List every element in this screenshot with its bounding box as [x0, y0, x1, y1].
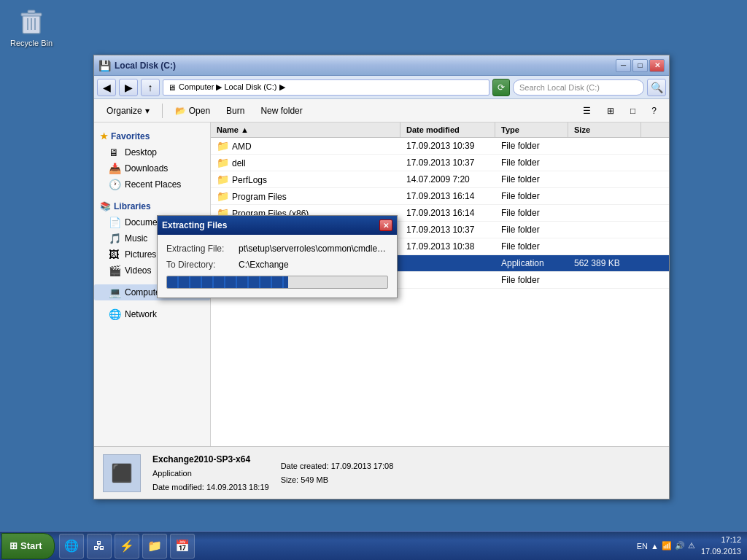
taskbar-icons: 🌐 🖧 ⚡ 📁 📅 [59, 534, 195, 559]
clock-time: 17:12 [701, 534, 741, 545]
dialog-close-button[interactable]: ✕ [379, 219, 392, 231]
dialog-body: Extracting File: pt\setup\serverroles\co… [158, 235, 397, 298]
taskbar-explorer-button[interactable]: 📁 [142, 534, 167, 559]
extracting-dialog: Extracting Files ✕ Extracting File: pt\s… [157, 215, 398, 298]
clock: 17:12 17.09.2013 [701, 534, 741, 557]
progress-bar-fill [167, 276, 288, 288]
lang-indicator: EN [637, 542, 648, 551]
dialog-overlay: Extracting Files ✕ Extracting File: pt\s… [0, 0, 747, 560]
tray-arrow: ▲ [651, 542, 659, 551]
directory-row: To Directory: C:\Exchange [166, 260, 388, 270]
extracting-value: pt\setup\serverroles\common\cmdletextens… [239, 244, 388, 254]
dialog-title-text: Extracting Files [162, 220, 227, 230]
explorer-taskbar-icon: 📁 [147, 539, 162, 553]
taskbar-ie-button[interactable]: 🌐 [59, 534, 84, 559]
start-label: Start [20, 540, 42, 551]
taskbar-powershell-button[interactable]: ⚡ [115, 534, 139, 559]
dialog-title-bar: Extracting Files ✕ [158, 216, 397, 235]
taskbar-network-button[interactable]: 🖧 [87, 534, 112, 559]
extracting-label: Extracting File: [166, 244, 236, 254]
directory-label: To Directory: [166, 260, 236, 270]
taskbar: ⊞ Start 🌐 🖧 ⚡ 📁 📅 EN ▲ 📶 [0, 531, 747, 560]
network-tray-icon: 📶 [662, 541, 672, 551]
extracting-row: Extracting File: pt\setup\serverroles\co… [166, 244, 388, 254]
clock-date: 17.09.2013 [701, 546, 741, 557]
directory-value: C:\Exchange [239, 260, 388, 270]
warning-icon: ⚠ [688, 541, 695, 551]
powershell-icon: ⚡ [120, 539, 134, 553]
start-button[interactable]: ⊞ Start [1, 533, 55, 559]
start-icon: ⊞ [9, 540, 18, 551]
taskbar-calendar-button[interactable]: 📅 [170, 534, 195, 559]
ie-icon: 🌐 [64, 539, 79, 553]
speaker-icon: 🔊 [675, 541, 685, 551]
progress-bar-container [166, 276, 388, 289]
system-tray: EN ▲ 📶 🔊 ⚠ [637, 541, 695, 551]
calendar-icon: 📅 [175, 539, 190, 553]
desktop: Recycle Bin 💾 Local Disk (C:) ─ □ ✕ ◀ ▶ … [0, 0, 747, 560]
taskbar-right: EN ▲ 📶 🔊 ⚠ 17:12 17.09.2013 [637, 534, 747, 557]
network-taskbar-icon: 🖧 [93, 540, 105, 553]
